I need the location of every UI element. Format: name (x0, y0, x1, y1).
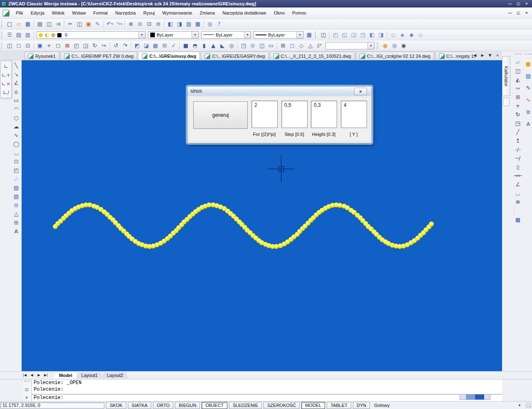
edit-mtext-icon[interactable]: ≣ (524, 106, 532, 118)
pline-edit-icon[interactable]: ∟/ (2, 88, 11, 97)
join-icon[interactable]: →← (513, 171, 522, 180)
ucs-origin-icon[interactable]: ◩ (133, 42, 142, 50)
zoom-window-icon[interactable]: ⊡ (145, 20, 154, 28)
document-tab[interactable]: C:\...\GRE\IMP PET ZW 0.dwg (60, 52, 137, 60)
status-toggle-dyn[interactable]: DYN (353, 402, 370, 409)
chevron-down-icon[interactable]: ▼ (296, 32, 303, 38)
menu-wymiarowanie[interactable]: Wymiarowanie (158, 8, 196, 17)
solid-box-icon[interactable]: ■ (181, 42, 190, 50)
ucs-3point-icon[interactable]: ▩ (151, 42, 160, 50)
ne-isometric-icon[interactable]: ◆ (407, 31, 416, 39)
export-icon[interactable]: ⇉ (54, 20, 63, 28)
dialog-field[interactable]: 0,5 (281, 101, 308, 128)
toolbar-drag-handle[interactable] (1, 21, 3, 27)
menu-widok[interactable]: Widok (48, 8, 69, 17)
layer-color-icon[interactable]: ■ (57, 31, 62, 39)
close-icon[interactable]: × (523, 1, 530, 7)
dialog-title-bar[interactable]: sinus (187, 86, 372, 96)
status-toggle-object[interactable]: OBJECT (202, 402, 227, 409)
restore-icon[interactable]: ◱ (515, 1, 522, 7)
menu-okno[interactable]: Okno (270, 8, 288, 17)
scrollbar-thumb[interactable] (466, 394, 484, 399)
menu-narzędzia-dodatkowe[interactable]: Narzędzia dodatkowe (219, 8, 270, 17)
menu-format[interactable]: Format (89, 8, 111, 17)
command-dock-icon[interactable]: ⊡ (23, 387, 30, 393)
dialog-close-button[interactable]: × (354, 88, 367, 95)
chevron-down-icon[interactable]: ▼ (138, 32, 145, 38)
viewport-polygonal-icon[interactable]: ◇ (297, 42, 306, 50)
edit-spline-icon[interactable]: ∿ (524, 94, 532, 106)
rectangle-icon[interactable]: ▭ (12, 96, 21, 105)
print-icon[interactable]: ▤ (35, 20, 44, 28)
ellipse-icon[interactable]: ◯ (12, 140, 21, 148)
line-icon[interactable]: ╲ (12, 61, 21, 70)
pline-edit-vertex-icon[interactable]: ∟ (2, 62, 11, 71)
trim-icon[interactable]: -/- (513, 145, 522, 154)
toolbar-drag-handle[interactable] (315, 32, 317, 38)
solid-wedge-icon[interactable]: ◣ (218, 42, 227, 50)
make-block-icon[interactable]: ◰ (12, 166, 21, 175)
doc-restore-icon[interactable]: ◱ (515, 10, 522, 16)
dialog-field[interactable]: 0,3 (311, 101, 337, 128)
document-tab[interactable]: C:\...\GRE\ZEGASRY.dwg (201, 52, 268, 60)
next-layout-icon[interactable]: ▶ (36, 372, 42, 378)
layout-tab-model[interactable]: Model (53, 372, 78, 379)
front-view-icon[interactable]: ◧ (367, 31, 377, 39)
status-toggle-skok[interactable]: SKOK (106, 402, 126, 409)
spline-icon[interactable]: ∿ (12, 131, 21, 140)
last-layout-icon[interactable]: ▶| (43, 372, 49, 378)
copy-nested-icon[interactable]: ◻ (14, 42, 23, 50)
document-tab[interactable]: C:\...\GRE\sinusy.dwg (138, 52, 200, 60)
layer-properties-icon[interactable]: ☰ (5, 31, 14, 39)
edit-text-icon[interactable]: A (524, 118, 532, 130)
left-view-icon[interactable]: ◲ (349, 31, 358, 39)
ucs-rotate-icon[interactable]: ↻ (90, 42, 99, 50)
pan-icon[interactable]: ⊕ (126, 20, 135, 28)
document-tab[interactable]: C:\..._X_211_2_3_15_100521.dwg (270, 52, 355, 60)
stretch-icon[interactable]: ╱ (513, 128, 522, 136)
spiral-icon[interactable]: ◉ (399, 42, 408, 50)
ellipse-arc-icon[interactable]: ◡ (12, 148, 21, 157)
status-toggle-śledzenie[interactable]: ŚLEDZENIE (229, 402, 262, 409)
find-icon[interactable]: ◎ (205, 20, 214, 28)
layout-tab-layout1[interactable]: Layout1 (76, 372, 103, 379)
command-prompt[interactable]: Polecenie: (32, 394, 502, 402)
dialog-field[interactable]: 2 (251, 101, 278, 128)
slice-icon[interactable]: ◫ (257, 42, 266, 50)
kalkulator-tab[interactable]: Kalkulator (502, 56, 510, 96)
ucs-world-icon[interactable]: ◻ (54, 42, 63, 50)
sw-isometric-icon[interactable]: ◇ (389, 31, 398, 39)
circle-icon[interactable]: ○ (12, 113, 21, 122)
scroll-tabs-left-icon[interactable]: ◀ (472, 52, 478, 59)
viewport-clip-icon[interactable]: ◸ (315, 42, 324, 50)
match-properties-icon[interactable]: ✎ (93, 20, 102, 28)
quickcalc-icon[interactable]: ▦ (305, 31, 314, 39)
viewport-object-icon[interactable]: △ (306, 42, 315, 50)
print-preview-icon[interactable]: ◫ (44, 20, 54, 28)
insert-block-icon[interactable]: ⊡ (12, 157, 21, 166)
zoom-realtime-icon[interactable]: ⊙ (135, 20, 145, 28)
lineweight-combo[interactable]: ByLayer ▼ (254, 31, 303, 39)
pline-delete-vertex-icon[interactable]: ∟× (2, 79, 11, 88)
linetype-combo[interactable]: ByLayer ▼ (201, 31, 251, 39)
revolve-icon[interactable]: ⊙ (248, 42, 257, 50)
close-document-icon[interactable]: × (495, 52, 500, 59)
edit-hatch-blue-icon[interactable]: ▩ (513, 215, 522, 224)
erase-icon[interactable]: ▱ (513, 58, 522, 67)
break-icon[interactable]: ▯ (513, 163, 522, 171)
draworder-icon[interactable]: ■ (524, 58, 532, 70)
generuj-button[interactable]: generuj (193, 101, 248, 129)
offset-icon[interactable]: ∾ (513, 84, 522, 93)
doc-minimize-icon[interactable]: — (506, 10, 514, 16)
edit-polyline-icon[interactable]: ✎ (524, 82, 532, 94)
properties-palette-icon[interactable]: ◧ (166, 20, 175, 28)
menu-wstaw[interactable]: Wstaw (68, 8, 89, 17)
layout-tab-layout2[interactable]: Layout2 (101, 372, 129, 379)
document-tab[interactable]: C:\...IGI_czołgów 02 12 24.dwg (356, 52, 434, 60)
command-close-icon[interactable]: × (23, 395, 30, 401)
pline-add-vertex-icon[interactable]: ∟+ (2, 71, 11, 79)
document-tab[interactable]: C:\...\regaty 19 9 24.dwg (435, 52, 475, 60)
region-icon[interactable]: ⊙ (12, 201, 21, 209)
layer-on-icon[interactable]: ● (38, 31, 44, 39)
fillet-icon[interactable]: ◡ (513, 189, 522, 197)
